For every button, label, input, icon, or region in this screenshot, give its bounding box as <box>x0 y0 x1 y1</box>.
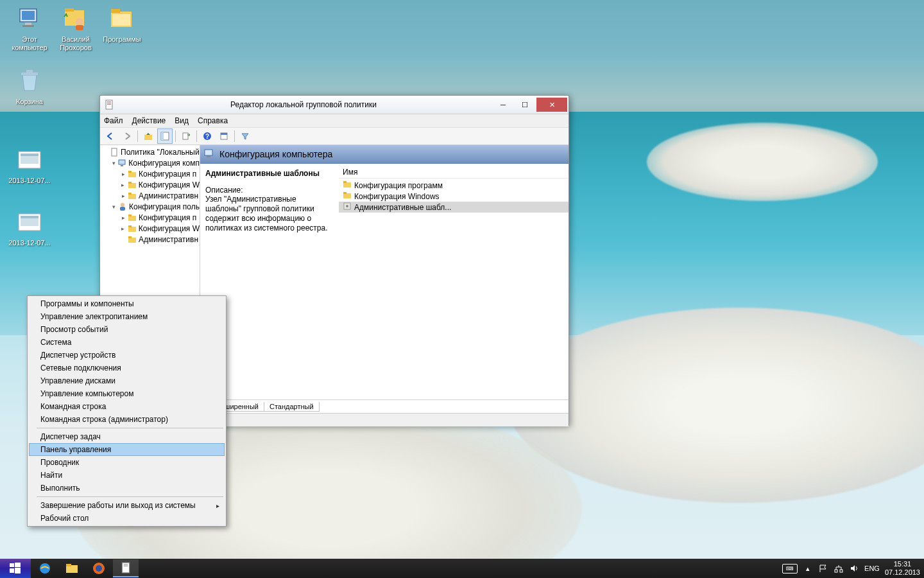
context-menu-item[interactable]: Проводник <box>29 456 225 469</box>
description-text: Узел "Административные шаблоны" группово… <box>205 195 334 233</box>
context-menu-item[interactable]: Управление электропитанием <box>29 310 225 323</box>
list-item-label: Конфигурация Windows <box>354 192 440 201</box>
language-indicator[interactable]: ENG <box>864 565 880 572</box>
expand-arrow-icon[interactable]: ▾ <box>110 160 117 166</box>
nav-back-button[interactable] <box>103 128 118 144</box>
filter-button[interactable] <box>237 128 253 144</box>
tree-node[interactable]: ▸Административн <box>100 190 200 201</box>
context-menu-item[interactable]: Найти <box>29 469 225 482</box>
context-menu-item[interactable]: Панель управления <box>29 443 225 456</box>
folder-icon <box>127 224 137 233</box>
svg-rect-34 <box>128 172 136 177</box>
expand-arrow-icon[interactable]: ▸ <box>119 225 127 232</box>
toolbar-separator <box>137 130 138 142</box>
desktop-icon-image[interactable]: 2013-12-07... <box>5 207 54 247</box>
list-item[interactable]: Административные шабл... <box>339 202 569 213</box>
tree-node-label: Конфигурация п <box>139 213 196 222</box>
tree-node[interactable]: ▸Конфигурация п <box>100 212 200 223</box>
svg-point-64 <box>96 565 102 572</box>
menubar: ФайлДействиеВидСправка <box>100 114 569 128</box>
expand-arrow-icon[interactable]: ▾ <box>110 204 118 210</box>
computer-config-icon <box>204 148 216 161</box>
close-button[interactable]: ✕ <box>536 98 567 112</box>
volume-icon[interactable] <box>849 563 859 574</box>
context-menu-item[interactable]: Командная строка (администратор) <box>29 413 225 426</box>
column-header-name[interactable]: Имя <box>339 166 569 179</box>
desktop-icon-folder[interactable]: Программы <box>98 3 146 44</box>
context-menu-item[interactable]: Управление дисками <box>29 374 225 387</box>
expand-arrow-icon[interactable]: ▸ <box>119 193 127 199</box>
context-menu-item[interactable]: Командная строка <box>29 400 225 413</box>
svg-rect-66 <box>124 564 128 565</box>
expand-arrow-icon[interactable]: ▸ <box>119 171 127 177</box>
up-folder-button[interactable] <box>141 128 156 144</box>
context-menu-item[interactable]: Рабочий стол <box>29 512 225 525</box>
svg-rect-23 <box>144 135 152 140</box>
titlebar[interactable]: Редактор локальной групповой политики ─ … <box>100 96 569 114</box>
svg-rect-44 <box>128 227 136 232</box>
svg-rect-50 <box>343 182 351 188</box>
desktop-icon-recycle[interactable]: Корзина <box>5 66 54 106</box>
show-tree-button[interactable] <box>157 128 173 144</box>
tree-node[interactable]: Политика "Локальный <box>100 146 200 157</box>
tree-node[interactable]: ▾Конфигурация поль <box>100 201 200 212</box>
system-tray: ⌨ ▴ ENG 15:31 07.12.2013 <box>782 560 924 577</box>
nav-forward-button[interactable] <box>119 128 135 144</box>
svg-rect-1 <box>22 11 35 20</box>
folder-icon <box>343 180 352 191</box>
desktop-icon-computer[interactable]: Этоткомпьютер <box>5 3 54 52</box>
desktop-icon-image[interactable]: 2013-12-07... <box>5 144 54 185</box>
export-button[interactable] <box>178 128 194 144</box>
menu-separator <box>37 428 223 428</box>
folder-icon <box>127 170 137 179</box>
taskbar-gpedit-icon[interactable] <box>113 559 139 577</box>
user-icon <box>118 202 128 211</box>
list-item-label: Конфигурация программ <box>354 181 443 190</box>
minimize-button[interactable]: ─ <box>493 98 513 112</box>
list-item[interactable]: Конфигурация Windows <box>339 191 569 202</box>
clock[interactable]: 15:31 07.12.2013 <box>885 560 920 577</box>
list-item-label: Административные шабл... <box>354 203 451 212</box>
maximize-button[interactable]: ☐ <box>515 98 535 112</box>
tree-node[interactable]: ▾Конфигурация комп <box>100 157 200 168</box>
context-menu-item[interactable]: Диспетчер задач <box>29 430 225 443</box>
menu-файл[interactable]: Файл <box>104 116 123 125</box>
show-hidden-icon[interactable]: ▴ <box>803 563 813 574</box>
list-item[interactable]: Конфигурация программ <box>339 180 569 191</box>
view-tab[interactable]: Стандартный <box>264 402 320 412</box>
comp-icon <box>117 159 127 168</box>
svg-rect-53 <box>343 192 346 194</box>
svg-rect-3 <box>22 25 34 27</box>
desktop-icon-label: Корзина <box>16 98 43 106</box>
context-menu-item[interactable]: Диспетчер устройств <box>29 349 225 362</box>
context-menu-item[interactable]: Завершение работы или выход из системы <box>29 499 225 512</box>
context-menu-item[interactable]: Выполнить <box>29 482 225 495</box>
context-menu-item[interactable]: Просмотр событий <box>29 323 225 336</box>
svg-rect-26 <box>183 133 188 139</box>
expand-arrow-icon[interactable]: ▸ <box>119 215 127 221</box>
detail-panel: Конфигурация компьютера Административные… <box>200 145 569 413</box>
keyboard-icon[interactable]: ⌨ <box>782 564 798 574</box>
menu-справка[interactable]: Справка <box>198 116 228 125</box>
taskbar-explorer-icon[interactable] <box>59 559 85 577</box>
context-menu-item[interactable]: Система <box>29 336 225 349</box>
menu-действие[interactable]: Действие <box>132 116 166 125</box>
tree-node[interactable]: ▸Конфигурация п <box>100 168 200 179</box>
help-button[interactable]: ? <box>200 128 215 144</box>
taskbar-ie-icon[interactable] <box>32 559 58 577</box>
tree-node[interactable]: Административн <box>100 234 200 245</box>
taskbar-firefox-icon[interactable] <box>86 559 112 577</box>
tree-node[interactable]: ▸Конфигурация W <box>100 179 200 190</box>
flag-icon[interactable] <box>818 563 828 574</box>
desktop-icon-user[interactable]: ВасилийПрохоров <box>51 3 100 52</box>
svg-rect-41 <box>120 207 125 211</box>
menu-вид[interactable]: Вид <box>175 116 189 125</box>
context-menu-item[interactable]: Управление компьютером <box>29 387 225 400</box>
context-menu-item[interactable]: Сетевые подключения <box>29 362 225 374</box>
properties-button[interactable] <box>216 128 232 144</box>
start-button[interactable] <box>0 559 31 578</box>
tree-node[interactable]: ▸Конфигурация W <box>100 223 200 234</box>
expand-arrow-icon[interactable]: ▸ <box>119 182 127 188</box>
network-icon[interactable] <box>834 563 844 574</box>
context-menu-item[interactable]: Программы и компоненты <box>29 297 225 310</box>
